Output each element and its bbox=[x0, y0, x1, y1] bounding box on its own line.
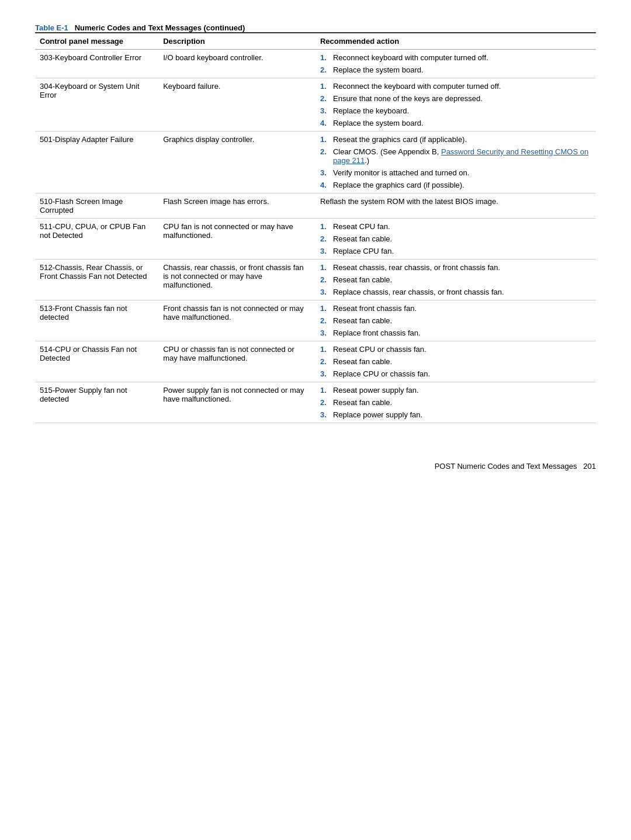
description: CPU fan is not connected or may have mal… bbox=[158, 219, 316, 260]
table-caption: Table E-1 Numeric Codes and Text Message… bbox=[35, 23, 596, 32]
table-row: 303-Keyboard Controller Error I/O board … bbox=[35, 50, 596, 78]
action-item: 4.Replace the graphics card (if possible… bbox=[320, 181, 591, 189]
table-row: 304-Keyboard or System Unit Error Keyboa… bbox=[35, 78, 596, 132]
control-message: 510-Flash Screen Image Corrupted bbox=[35, 193, 158, 219]
action-item: 1.Reseat the graphics card (if applicabl… bbox=[320, 135, 591, 144]
recommended-action: 1.Reseat chassis, rear chassis, or front… bbox=[316, 260, 596, 300]
action-item: 1.Reconnect the keyboard with computer t… bbox=[320, 82, 591, 91]
header-description: Description bbox=[158, 33, 316, 50]
recommended-action: 1.Reseat CPU fan. 2.Reseat fan cable. 3.… bbox=[316, 219, 596, 260]
control-message: 304-Keyboard or System Unit Error bbox=[35, 78, 158, 132]
description: Keyboard failure. bbox=[158, 78, 316, 132]
header-action: Recommended action bbox=[316, 33, 596, 50]
action-item: 3.Replace CPU or chassis fan. bbox=[320, 369, 591, 378]
action-item: 2.Reseat fan cable. bbox=[320, 275, 591, 284]
control-message: 513-Front Chassis fan not detected bbox=[35, 300, 158, 341]
table-row: 513-Front Chassis fan not detected Front… bbox=[35, 300, 596, 341]
page-number: 201 bbox=[583, 462, 596, 471]
action-item: 3.Replace chassis, rear chassis, or fron… bbox=[320, 288, 591, 296]
action-item: 2.Replace the system board. bbox=[320, 65, 591, 74]
action-item: 1.Reseat front chassis fan. bbox=[320, 304, 591, 313]
recommended-action: 1.Reconnect keyboard with computer turne… bbox=[316, 50, 596, 78]
table-label: Table E-1 bbox=[35, 23, 68, 32]
control-message: 515-Power Supply fan not detected bbox=[35, 382, 158, 423]
control-message: 512-Chassis, Rear Chassis, or Front Chas… bbox=[35, 260, 158, 300]
action-item: 2.Reseat fan cable. bbox=[320, 398, 591, 407]
control-message: 303-Keyboard Controller Error bbox=[35, 50, 158, 78]
recommended-action: 1.Reseat the graphics card (if applicabl… bbox=[316, 132, 596, 193]
description: Graphics display controller. bbox=[158, 132, 316, 193]
description: I/O board keyboard controller. bbox=[158, 50, 316, 78]
table-row: 510-Flash Screen Image Corrupted Flash S… bbox=[35, 193, 596, 219]
description: Chassis, rear chassis, or front chassis … bbox=[158, 260, 316, 300]
table-row: 501-Display Adapter Failure Graphics dis… bbox=[35, 132, 596, 193]
action-item: 1.Reconnect keyboard with computer turne… bbox=[320, 53, 591, 62]
action-item: 3.Verify monitor is attached and turned … bbox=[320, 168, 591, 177]
action-item: 1.Reseat CPU fan. bbox=[320, 222, 591, 231]
recommended-action: 1.Reseat power supply fan. 2.Reseat fan … bbox=[316, 382, 596, 423]
table-row: 511-CPU, CPUA, or CPUB Fan not Detected … bbox=[35, 219, 596, 260]
action-item: 2.Ensure that none of the keys are depre… bbox=[320, 94, 591, 103]
control-message: 511-CPU, CPUA, or CPUB Fan not Detected bbox=[35, 219, 158, 260]
numeric-codes-table: Control panel message Description Recomm… bbox=[35, 32, 596, 423]
page-footer: POST Numeric Codes and Text Messages 201 bbox=[35, 458, 596, 471]
action-item: 2.Reseat fan cable. bbox=[320, 357, 591, 366]
control-message: 514-CPU or Chassis Fan not Detected bbox=[35, 341, 158, 382]
table-header-row: Control panel message Description Recomm… bbox=[35, 33, 596, 50]
description: Flash Screen image has errors. bbox=[158, 193, 316, 219]
action-item: 3.Replace front chassis fan. bbox=[320, 329, 591, 337]
header-control: Control panel message bbox=[35, 33, 158, 50]
action-item: 2.Reseat fan cable. bbox=[320, 234, 591, 243]
description: Power supply fan is not connected or may… bbox=[158, 382, 316, 423]
footer-text: POST Numeric Codes and Text Messages bbox=[435, 462, 577, 471]
action-item: 1.Reseat power supply fan. bbox=[320, 386, 591, 395]
recommended-action: 1.Reseat front chassis fan. 2.Reseat fan… bbox=[316, 300, 596, 341]
description: Front chassis fan is not connected or ma… bbox=[158, 300, 316, 341]
action-item: 3.Replace the keyboard. bbox=[320, 106, 591, 115]
description: CPU or chassis fan is not connected or m… bbox=[158, 341, 316, 382]
action-item: 1.Reseat chassis, rear chassis, or front… bbox=[320, 263, 591, 272]
action-item: 3.Replace power supply fan. bbox=[320, 410, 591, 419]
action-item: 1.Reseat CPU or chassis fan. bbox=[320, 345, 591, 354]
action-item: 2.Reseat fan cable. bbox=[320, 316, 591, 325]
table-row: 515-Power Supply fan not detected Power … bbox=[35, 382, 596, 423]
password-security-link[interactable]: Password Security and Resetting CMOS on … bbox=[333, 147, 588, 165]
table-row: 512-Chassis, Rear Chassis, or Front Chas… bbox=[35, 260, 596, 300]
action-item: 4.Replace the system board. bbox=[320, 119, 591, 127]
recommended-action: 1.Reseat CPU or chassis fan. 2.Reseat fa… bbox=[316, 341, 596, 382]
table-row: 514-CPU or Chassis Fan not Detected CPU … bbox=[35, 341, 596, 382]
recommended-action: Reflash the system ROM with the latest B… bbox=[316, 193, 596, 219]
control-message: 501-Display Adapter Failure bbox=[35, 132, 158, 193]
table-title-text: Numeric Codes and Text Messages (continu… bbox=[75, 23, 245, 32]
action-item: 3.Replace CPU fan. bbox=[320, 247, 591, 255]
recommended-action: 1.Reconnect the keyboard with computer t… bbox=[316, 78, 596, 132]
action-item: 2. Clear CMOS. (See Appendix B, Password… bbox=[320, 147, 591, 165]
